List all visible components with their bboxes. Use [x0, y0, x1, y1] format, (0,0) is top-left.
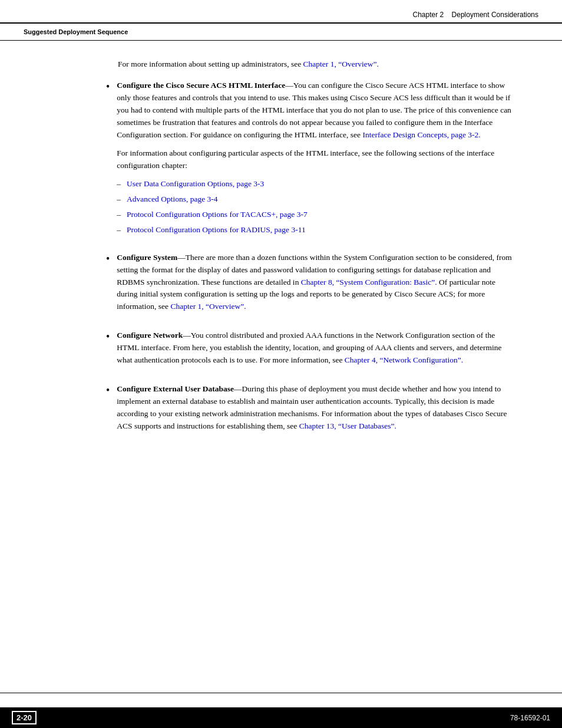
sub-bullet-item: – Advanced Options, page 3-4: [117, 193, 515, 205]
bullet-html-emdash: —: [285, 81, 293, 90]
bullet-item-system: • Configure System—There are more than a…: [118, 252, 515, 319]
intro-paragraph: For more information about setting up ad…: [118, 58, 515, 70]
main-content: For more information about setting up ad…: [0, 41, 562, 467]
bullet-item-extdb: • Configure External User Database—Durin…: [118, 383, 515, 439]
bullet-content-extdb: Configure External User Database—During …: [117, 383, 515, 439]
page: Chapter 2 Deployment Considerations Sugg…: [0, 0, 562, 728]
html-inline-link[interactable]: Interface Design Concepts, page 3-2.: [362, 130, 480, 139]
bullet-content-html: Configure the Cisco Secure ACS HTML Inte…: [117, 80, 515, 241]
bullet-dot-html: •: [106, 80, 110, 94]
chapter-title: Deployment Considerations: [452, 11, 538, 19]
section-subheader: Suggested Deployment Sequence: [0, 26, 562, 41]
bullet-dot-network: •: [106, 330, 110, 344]
html-sub-bullet-list: – User Data Configuration Options, page …: [117, 178, 515, 236]
sub-dash: –: [117, 209, 121, 220]
sub-bullet-item: – Protocol Configuration Options for TAC…: [117, 209, 515, 220]
system-inline-link2[interactable]: Chapter 1, “Overview”.: [170, 302, 246, 311]
sub-dash: –: [117, 224, 121, 236]
sub-link-tacacs[interactable]: Protocol Configuration Options for TACAC…: [127, 209, 308, 220]
bullet-network-emdash: —: [183, 331, 191, 340]
bullet-item-html: • Configure the Cisco Secure ACS HTML In…: [118, 80, 515, 241]
bullet-configure-html: • Configure the Cisco Secure ACS HTML In…: [118, 80, 515, 241]
bullet-system-emdash: —: [177, 253, 186, 262]
section-label: Suggested Deployment Sequence: [24, 28, 128, 35]
bullet-configure-system: • Configure System—There are more than a…: [118, 252, 515, 319]
bullet-system-bold: Configure System: [117, 253, 177, 262]
chapter-header-text: Chapter 2 Deployment Considerations: [413, 11, 538, 19]
bullet-html-text: Configure the Cisco Secure ACS HTML Inte…: [117, 80, 515, 141]
bullet-extdb-text: Configure External User Database—During …: [117, 383, 515, 433]
footer-doc-number: 78-16592-01: [510, 714, 550, 722]
bullet-network-text: Configure Network—You control distribute…: [117, 330, 515, 367]
sub-link-user-data[interactable]: User Data Configuration Options, page 3-…: [127, 178, 264, 190]
sub-dash: –: [117, 178, 121, 190]
sub-link-radius[interactable]: Protocol Configuration Options for RADIU…: [127, 224, 306, 236]
bullet-html-subpara: For information about configuring partic…: [117, 147, 515, 172]
footer-doc-title: User Guide for Cisco Secure ACS for Wind…: [198, 697, 363, 704]
chapter-label: Chapter 2: [413, 11, 444, 19]
bullet-extdb-emdash: —: [234, 384, 242, 393]
intro-text: For more information about setting up ad…: [118, 60, 303, 68]
bullet-content-network: Configure Network—You control distribute…: [117, 330, 515, 373]
network-inline-link[interactable]: Chapter 4, “Network Configuration”.: [345, 355, 463, 364]
footer-page-number: 2-20: [12, 711, 37, 724]
page-footer: User Guide for Cisco Secure ACS for Wind…: [0, 693, 562, 728]
bullet-system-text: Configure System—There are more than a d…: [117, 252, 515, 314]
footer-bottom-bar: 2-20 78-16592-01: [0, 707, 562, 728]
bullet-configure-extdb: • Configure External User Database—Durin…: [118, 383, 515, 439]
sub-link-advanced[interactable]: Advanced Options, page 3-4: [127, 193, 217, 205]
system-inline-link1[interactable]: Chapter 8, “System Configuration: Basic”…: [301, 278, 437, 286]
bullet-content-system: Configure System—There are more than a d…: [117, 252, 515, 319]
sub-dash: –: [117, 193, 121, 205]
sub-bullet-item: – Protocol Configuration Options for RAD…: [117, 224, 515, 236]
bullet-configure-network: • Configure Network—You control distribu…: [118, 330, 515, 373]
bullet-dot-system: •: [106, 252, 110, 266]
intro-link[interactable]: Chapter 1, “Overview”.: [303, 60, 379, 68]
bullet-html-bold: Configure the Cisco Secure ACS HTML Inte…: [117, 81, 285, 90]
sub-bullet-item: – User Data Configuration Options, page …: [117, 178, 515, 190]
extdb-inline-link[interactable]: Chapter 13, “User Databases”.: [299, 421, 396, 430]
bullet-extdb-bold: Configure External User Database: [117, 384, 234, 393]
bullet-network-bold: Configure Network: [117, 331, 183, 340]
page-header: Chapter 2 Deployment Considerations: [0, 0, 562, 24]
bullet-dot-extdb: •: [106, 383, 110, 398]
footer-title-bar: User Guide for Cisco Secure ACS for Wind…: [0, 693, 562, 707]
bullet-item-network: • Configure Network—You control distribu…: [118, 330, 515, 373]
